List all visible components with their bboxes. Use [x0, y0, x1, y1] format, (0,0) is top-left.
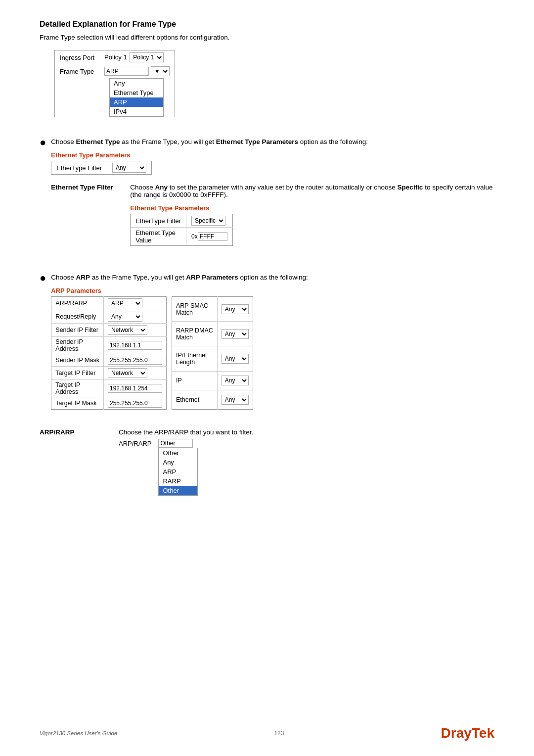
bullet2-section: ● Choose ARP as the Frame Type, you will… — [40, 274, 494, 420]
ip-ethernet-length-select[interactable]: Any — [222, 354, 249, 364]
config-box: Ingress Port Policy 1 Policy 1 Frame Typ… — [54, 50, 175, 117]
rarp-dmac-cell: Any — [217, 322, 253, 346]
arprarp-desc-block: ARP/RARP Choose the ARP/RARP that you wa… — [40, 428, 494, 496]
arprarp-field-label: ARP/RARP — [119, 439, 151, 447]
sender-ip-mask-input[interactable] — [108, 356, 162, 365]
ethertype-filter-desc-label: Ethernet Type Filter — [51, 184, 130, 253]
footer-guide-text: Vigor2130 Series User's Guide — [40, 730, 117, 736]
ethernet-type-value-cell: 0x — [186, 228, 233, 246]
bullet1-dot: ● — [40, 137, 46, 148]
target-ip-mask-input[interactable] — [108, 399, 162, 408]
ip-select[interactable]: Any — [222, 376, 249, 385]
brand-tek: Tek — [472, 725, 494, 741]
arprarp-item-arp[interactable]: ARP — [159, 467, 197, 476]
brand-dray: Dray — [441, 725, 472, 741]
sender-ip-addr-cell — [104, 337, 167, 354]
bullet1-text: Choose Ethernet Type as the Frame Type, … — [51, 138, 494, 145]
page-title: Detailed Explanation for Frame Type — [40, 20, 494, 29]
ethernet-params-specific-label: Ethernet Type Parameters — [130, 204, 494, 212]
request-reply-select[interactable]: Any — [108, 312, 142, 322]
frame-type-value: ▼ — [99, 64, 175, 78]
ethertype-filter-desc: Choose Any to set the parameter with any… — [130, 184, 494, 253]
arprarp-dropdown-wrap: ARP/RARP Other Any ARP RARP Other — [119, 439, 494, 496]
arp-rarp-label: ARP/RARP — [51, 297, 104, 310]
dropdown-item-any[interactable]: Any — [110, 79, 163, 88]
ethertype-filter-specific-label: EtherType Filter — [131, 214, 186, 228]
dropdown-item-ipv4[interactable]: IPv4 — [110, 107, 163, 116]
arprarp-item-any[interactable]: Any — [159, 458, 197, 467]
arprarp-current-value[interactable] — [158, 439, 193, 448]
bullet2-content: Choose ARP as the Frame Type, you will g… — [51, 274, 494, 420]
ethernet-params-specific-table: EtherType Filter Specific Any Ethernet T… — [130, 214, 232, 246]
sender-ip-addr-input[interactable] — [108, 341, 162, 350]
ip-cell: Any — [217, 371, 253, 390]
intro-text: Frame Type selection will lead different… — [40, 34, 494, 41]
ethertype-filter-value: Any Specific — [107, 161, 152, 175]
arprarp-item-rarp[interactable]: RARP — [159, 476, 197, 486]
arprarp-desc-label: ARP/RARP — [40, 428, 119, 496]
dropdown-item-ethernet[interactable]: Ethernet Type — [110, 88, 163, 97]
arprarp-item-other-top[interactable]: Other — [159, 448, 197, 458]
ethernet-type-value-label: Ethernet TypeValue — [131, 228, 186, 246]
arprarp-desc-content: Choose the ARP/RARP that you want to fil… — [119, 428, 494, 496]
target-ip-addr-input[interactable] — [108, 384, 162, 393]
bullet2-dot: ● — [40, 273, 46, 284]
arp-smac-label: ARP SMACMatch — [172, 297, 218, 322]
ip-ethernet-length-cell: Any — [217, 346, 253, 371]
policy-select[interactable]: Policy 1 — [130, 52, 164, 62]
ethernet-params-label: Ethernet Type Parameters — [51, 151, 494, 159]
0x-prefix: 0x — [191, 233, 198, 240]
ip-label: IP — [172, 371, 218, 390]
target-ip-addr-cell — [104, 380, 167, 397]
arprarp-desc-text: Choose the ARP/RARP that you want to fil… — [119, 428, 253, 436]
arp-params-section: ARP Parameters ARP/RARP ARP RARP Any Oth… — [51, 287, 494, 410]
arprarp-dropdown[interactable]: Other Any ARP RARP Other — [158, 448, 198, 496]
frame-type-select[interactable]: ▼ — [151, 66, 170, 76]
ingress-port-label: Ingress Port — [55, 50, 99, 64]
bullet2-text: Choose ARP as the Frame Type, you will g… — [51, 274, 494, 281]
footer-page-num: 123 — [274, 730, 284, 737]
arp-params-wrap: ARP/RARP ARP RARP Any Other Request/Repl… — [51, 296, 494, 410]
target-ip-filter-label: Target IP Filter — [51, 367, 104, 380]
sender-ip-addr-label: Sender IPAddress — [51, 337, 104, 354]
rarp-dmac-select[interactable]: Any — [222, 329, 249, 339]
arp-params-label: ARP Parameters — [51, 287, 494, 294]
ethernet-select[interactable]: Any — [222, 395, 249, 405]
sender-ip-filter-select[interactable]: Network Any — [108, 325, 147, 335]
arp-smac-cell: Any — [217, 297, 253, 322]
sender-ip-mask-label: Sender IP Mask — [51, 354, 104, 367]
arp-left-table: ARP/RARP ARP RARP Any Other Request/Repl… — [51, 296, 167, 410]
frame-type-label: Frame Type — [55, 64, 99, 78]
sender-ip-filter-cell: Network Any — [104, 324, 167, 337]
ethertype-filter-label: EtherType Filter — [51, 161, 107, 175]
sender-ip-mask-cell — [104, 354, 167, 367]
footer-brand: DrayTek — [441, 725, 494, 741]
dropdown-item-arp[interactable]: ARP — [110, 97, 163, 107]
target-ip-filter-cell: Network Any — [104, 367, 167, 380]
ethernet-type-input[interactable] — [198, 232, 227, 241]
target-ip-filter-select[interactable]: Network Any — [108, 368, 147, 378]
arprarp-item-other[interactable]: Other — [159, 486, 197, 495]
ethertype-specific-select[interactable]: Specific Any — [191, 216, 225, 226]
ethertype-filter-select[interactable]: Any Specific — [112, 163, 146, 173]
ethertype-desc-block: Ethernet Type Filter Choose Any to set t… — [51, 184, 494, 253]
request-reply-cell: Any — [104, 310, 167, 324]
target-ip-mask-cell — [104, 397, 167, 410]
ip-ethernet-length-label: IP/EthernetLength — [172, 346, 218, 371]
arp-smac-select[interactable]: Any — [222, 304, 249, 314]
bullet1-content: Choose Ethernet Type as the Frame Type, … — [51, 138, 494, 265]
sender-ip-filter-label: Sender IP Filter — [51, 324, 104, 337]
bullet1-section: ● Choose Ethernet Type as the Frame Type… — [40, 138, 494, 265]
rarp-dmac-label: RARP DMACMatch — [172, 322, 218, 346]
footer: Vigor2130 Series User's Guide 123 DrayTe… — [0, 725, 534, 741]
ingress-port-value: Policy 1 Policy 1 — [99, 50, 175, 64]
ethernet-label: Ethernet — [172, 390, 218, 410]
target-ip-addr-label: Target IPAddress — [51, 380, 104, 397]
arp-rarp-select[interactable]: ARP RARP Any Other — [108, 298, 142, 308]
ethernet-cell: Any — [217, 390, 253, 410]
target-ip-mask-label: Target IP Mask — [51, 397, 104, 410]
frame-type-input[interactable] — [104, 67, 149, 76]
frame-type-dropdown[interactable]: Any Ethernet Type ARP IPv4 — [109, 78, 164, 117]
ethertype-filter-specific-value: Specific Any — [186, 214, 233, 228]
arp-rarp-cell: ARP RARP Any Other — [104, 297, 167, 310]
